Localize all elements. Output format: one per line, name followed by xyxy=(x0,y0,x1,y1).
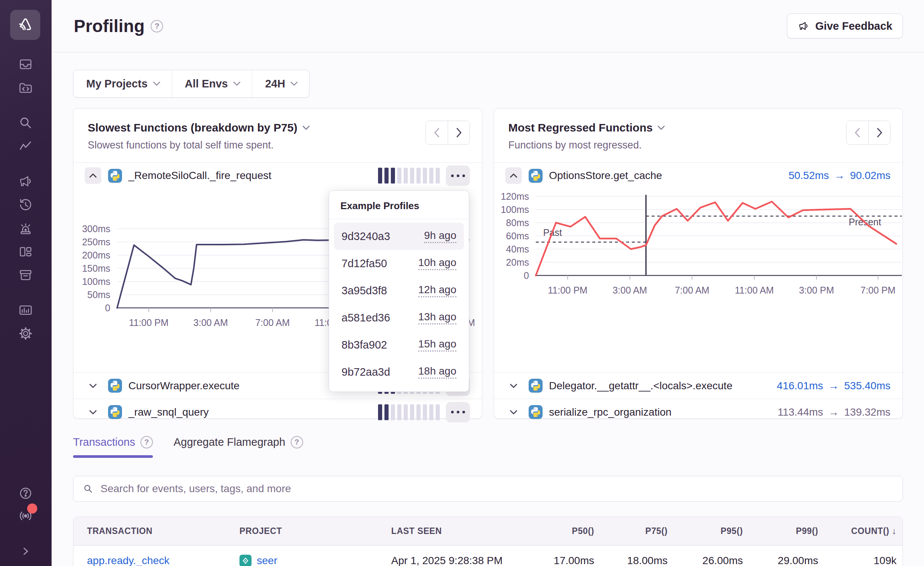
row-actions-button[interactable] xyxy=(446,402,470,422)
chevron-down-icon xyxy=(510,384,517,388)
sidebar-item-metrics[interactable] xyxy=(16,137,35,156)
expand-row-button[interactable] xyxy=(505,378,522,394)
svg-text:60ms: 60ms xyxy=(506,231,529,241)
give-feedback-button[interactable]: Give Feedback xyxy=(787,14,903,38)
count-cell: 109k xyxy=(818,555,897,566)
profile-item[interactable]: 9b72aa3d 18h ago xyxy=(334,358,464,385)
tab-help-icon[interactable]: ? xyxy=(291,436,303,448)
sidebar-item-releases[interactable] xyxy=(16,266,35,285)
after-value[interactable]: 535.40ms xyxy=(844,380,890,392)
envs-filter[interactable]: All Envs xyxy=(172,70,252,97)
transaction-link[interactable]: app.ready._check xyxy=(87,555,239,566)
tab-aggregate-flamegraph[interactable]: Aggregate Flamegraph ? xyxy=(174,436,303,458)
slowest-panel-title[interactable]: Slowest Functions (breakdown by P75) xyxy=(88,121,297,134)
arrow-right-icon: → xyxy=(828,406,839,418)
svg-text:11:00 PM: 11:00 PM xyxy=(129,317,168,328)
sidebar-item-alerts[interactable] xyxy=(16,219,35,238)
regression-values: 113.44ms → 139.32ms xyxy=(778,406,890,418)
tab-help-icon[interactable]: ? xyxy=(140,436,153,448)
sidebar-item-settings[interactable] xyxy=(16,324,35,343)
after-value[interactable]: 90.02ms xyxy=(850,170,890,182)
after-value[interactable]: 139.32ms xyxy=(844,406,890,418)
prev-page-button[interactable] xyxy=(426,121,448,144)
svg-text:11:00 PM: 11:00 PM xyxy=(548,285,587,295)
regressed-panel-header: Most Regressed Functions Functions by mo… xyxy=(494,109,903,163)
svg-text:3:00 PM: 3:00 PM xyxy=(799,285,834,295)
search-input[interactable] xyxy=(101,483,894,495)
profile-item[interactable]: 8b3fa902 15h ago xyxy=(334,331,464,358)
help-icon xyxy=(18,485,34,501)
svg-text:20ms: 20ms xyxy=(506,257,529,268)
row-actions-button[interactable] xyxy=(446,165,470,186)
next-page-button[interactable] xyxy=(448,121,470,144)
replay-clock-icon xyxy=(18,197,34,213)
regressed-panel-subtitle: Functions by most regressed. xyxy=(508,139,888,151)
date-range-filter[interactable]: 24H xyxy=(252,70,309,97)
profile-item[interactable]: 3a95d3f8 12h ago xyxy=(334,277,464,304)
profile-bars xyxy=(378,404,440,420)
function-row: _RemoteSiloCall._fire_request xyxy=(73,163,482,188)
collapse-row-button[interactable] xyxy=(85,167,101,184)
before-value[interactable]: 50.52ms xyxy=(788,170,829,182)
column-header-count[interactable]: COUNT() ↓ xyxy=(818,526,897,536)
column-header-last-seen[interactable]: LAST SEEN xyxy=(391,526,519,536)
profile-item[interactable]: 7d12fa50 10h ago xyxy=(334,250,464,277)
column-header-p99[interactable]: P99() xyxy=(743,526,818,536)
column-header-p95[interactable]: P95() xyxy=(668,526,743,536)
chevron-down-icon[interactable] xyxy=(657,125,665,130)
sidebar-item-stats[interactable] xyxy=(16,301,35,320)
function-name[interactable]: CursorWrapper.execute xyxy=(128,380,239,392)
function-name[interactable]: _raw_snql_query xyxy=(128,406,209,418)
sentry-logo[interactable] xyxy=(10,10,40,40)
function-name[interactable]: _RemoteSiloCall._fire_request xyxy=(128,170,271,182)
p99-cell: 29.00ms xyxy=(743,555,818,566)
function-row: OptionsStore.get_cache 50.52ms → 90.02ms xyxy=(494,163,903,188)
column-header-project[interactable]: PROJECT xyxy=(239,526,391,536)
table-row[interactable]: app.ready._check seer Apr 1, 2025 9:28:3… xyxy=(73,546,903,566)
collapse-row-button[interactable] xyxy=(505,167,522,184)
regressed-panel-title[interactable]: Most Regressed Functions xyxy=(508,121,653,134)
chevron-right-icon xyxy=(456,128,462,138)
column-header-transaction[interactable]: TRANSACTION xyxy=(87,526,239,536)
example-profiles-dropdown: Example Profiles 9d3240a3 9h ago 7d12fa5… xyxy=(329,190,469,392)
before-value[interactable]: 416.01ms xyxy=(777,380,823,392)
table-header-row: TRANSACTION PROJECT LAST SEEN P50() P75(… xyxy=(73,517,903,546)
sidebar-item-dashboards[interactable] xyxy=(16,243,35,262)
function-name[interactable]: OptionsStore.get_cache xyxy=(549,170,662,182)
profile-item[interactable]: 9d3240a3 9h ago xyxy=(334,223,464,250)
sidebar-item-feedback[interactable] xyxy=(16,172,35,191)
chevron-down-icon[interactable] xyxy=(302,125,310,130)
function-name[interactable]: serialize_rpc_organization xyxy=(549,406,671,418)
svg-text:50ms: 50ms xyxy=(87,289,110,300)
sidebar-item-search[interactable] xyxy=(16,113,35,132)
column-header-p75[interactable]: P75() xyxy=(594,526,668,536)
sidebar-collapse[interactable] xyxy=(16,542,35,561)
python-icon xyxy=(529,169,543,183)
column-header-p50[interactable]: P50() xyxy=(519,526,594,536)
before-value[interactable]: 113.44ms xyxy=(778,406,823,418)
project-link[interactable]: seer xyxy=(257,555,277,566)
expand-row-button[interactable] xyxy=(85,378,101,394)
page-help-icon[interactable]: ? xyxy=(151,20,163,32)
svg-text:100ms: 100ms xyxy=(82,276,110,287)
expand-row-button[interactable] xyxy=(85,404,101,421)
prev-page-button[interactable] xyxy=(846,121,868,144)
function-name[interactable]: Delegator.__getattr__.<locals>.execute xyxy=(549,380,732,392)
expand-row-button[interactable] xyxy=(505,404,522,421)
profile-item[interactable]: a581ed36 13h ago xyxy=(334,304,464,331)
sidebar xyxy=(0,0,52,566)
svg-text:0: 0 xyxy=(524,270,529,281)
sidebar-item-replays[interactable] xyxy=(16,196,35,214)
tab-transactions[interactable]: Transactions ? xyxy=(73,436,153,458)
sidebar-item-explore[interactable] xyxy=(16,78,35,97)
projects-filter[interactable]: My Projects xyxy=(73,70,172,97)
sidebar-item-broadcasts[interactable] xyxy=(16,506,35,525)
search-icon xyxy=(18,115,34,131)
sidebar-item-help[interactable] xyxy=(16,484,35,503)
sidebar-item-issues[interactable] xyxy=(16,55,35,73)
profile-time: 15h ago xyxy=(418,338,456,352)
next-page-button[interactable] xyxy=(868,121,890,144)
search-bar[interactable] xyxy=(73,476,903,502)
chevron-left-icon xyxy=(434,128,440,138)
profile-hash: 8b3fa902 xyxy=(342,339,387,351)
